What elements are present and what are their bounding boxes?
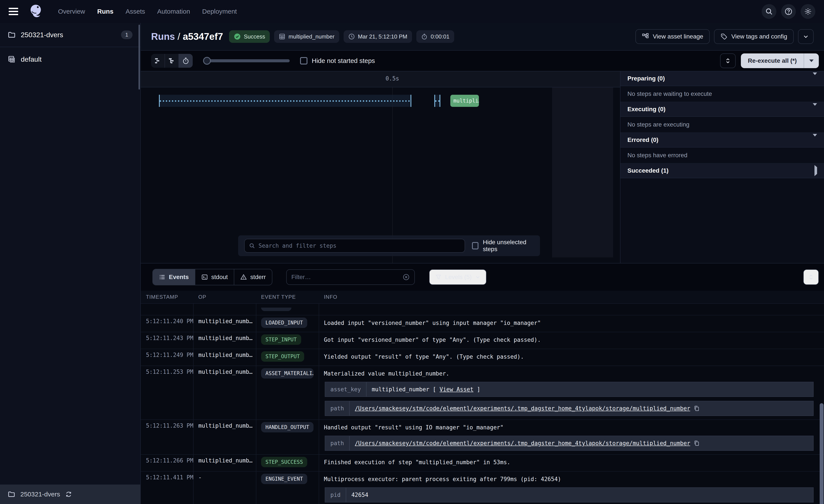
event-row[interactable]: 5:12:11.253 PM multiplied_number ASSET_M… [141,366,824,420]
event-op: multiplied_number [193,349,256,366]
section-chevron-icon[interactable] [813,75,817,82]
event-timestamp: 5:12:11.249 PM [141,349,193,366]
gantt-unselected-region [552,87,613,257]
checkbox-icon[interactable] [472,242,479,249]
event-type-badge: LOADED_INPUT [261,318,307,328]
view-asset-lineage-button[interactable]: View asset lineage [635,29,710,44]
event-log-header: TIMESTAMP OP EVENT TYPE INFO [141,291,824,304]
event-type-badge: ENGINE_EVENT [261,474,307,484]
copy-icon[interactable] [694,440,700,446]
step-search-input[interactable]: Search and filter steps [244,239,465,253]
asset-tag[interactable]: multiplied_number [274,30,339,43]
storage-path-link[interactable]: /Users/smackesey/stm/code/elementl/exper… [355,405,691,412]
nav-link-automation[interactable]: Automation [157,8,190,15]
start-time-tag: Mar 21, 5:12:10 PM [343,30,412,43]
status-section-body: No steps are executing [620,117,824,133]
nav-link-overview[interactable]: Overview [58,8,85,15]
event-op: multiplied_number [193,455,256,471]
refresh-icon[interactable] [65,491,72,498]
status-section-title: Executing (0) [627,106,665,113]
timed-view-icon[interactable] [179,54,193,68]
gantt-zoom-slider[interactable] [203,57,290,65]
nav-link-runs[interactable]: Runs [97,8,113,15]
sidebar-scrollbar[interactable] [138,25,140,90]
view-asset-link[interactable]: View Asset [439,386,474,393]
hide-not-started-checkbox[interactable]: Hide not started steps [300,57,375,65]
event-row[interactable]: 5:12:11.263 PM multiplied_number HANDLED… [141,420,824,455]
event-op: multiplied_number [193,332,256,349]
col-event-type: EVENT TYPE [256,294,319,300]
sidebar-item-default-group[interactable]: default [0,47,140,72]
slider-knob[interactable] [203,57,211,65]
event-row[interactable] [141,304,824,316]
event-op [193,304,256,315]
sidebar-item-code-location[interactable]: 250321-dvers 1 [0,23,140,47]
reexecute-all-button[interactable]: Re-execute all (*) [741,53,819,68]
breadcrumb: Runs/a5347ef7 [151,31,223,42]
gantt-chart-body[interactable]: multipli… Search and filter steps Hide u… [141,87,620,263]
section-chevron-icon[interactable] [815,167,817,174]
waterfall-view-icon[interactable] [165,54,179,68]
reexecute-dropdown-caret[interactable] [804,53,819,68]
flat-view-icon[interactable] [151,54,165,68]
gantt-waiting-span [159,95,411,107]
nav-actions [762,4,815,19]
event-timestamp: 5:12:11.240 PM [141,316,193,332]
event-row[interactable]: 5:12:11.411 PM - ENGINE_EVENT Multiproce… [141,472,824,504]
copy-icon[interactable] [694,405,700,411]
nav-link-deployment[interactable]: Deployment [202,8,237,15]
gantt-step-bar[interactable]: multipli… [450,95,479,107]
event-row[interactable]: 5:12:11.243 PM multiplied_number STEP_IN… [141,332,824,349]
list-icon [159,274,166,280]
code-location-label: 250321-dvers [20,491,60,498]
log-filter-input[interactable]: Filter… [286,269,415,285]
status-section-header[interactable]: Executing (0) [620,102,824,117]
run-actions-menu-button[interactable] [798,29,814,44]
clear-filter-icon[interactable] [403,274,410,280]
event-row[interactable]: 5:12:11.266 PM multiplied_number STEP_SU… [141,455,824,472]
gantt-chart: 0.5s multipli… Search and filter steps [141,72,620,263]
breadcrumb-runs-link[interactable]: Runs [151,31,175,42]
search-icon[interactable] [762,4,777,19]
event-info-cell: Multiprocess executor: parent process ex… [319,472,824,504]
levels-filter-button[interactable]: Levels (5) [429,269,487,285]
help-icon[interactable] [781,4,796,19]
metadata-value: multiplied_number [View Asset] [367,382,486,396]
tab-stderr[interactable]: stderr [234,269,272,285]
event-info-text: Multiprocess executor: parent process ex… [324,474,814,484]
run-badges: Success multiplied_number Mar 21, 5:12:1… [229,30,454,43]
event-timestamp: 5:12:11.253 PM [141,366,193,419]
hide-unselected-checkbox[interactable]: Hide unselected steps [472,239,534,253]
nav-link-assets[interactable]: Assets [125,8,145,15]
expand-logs-button[interactable] [803,269,819,285]
gear-icon[interactable] [801,4,815,19]
dagster-logo-icon[interactable] [28,3,44,20]
metadata-label: pid [325,488,346,502]
section-chevron-icon[interactable] [813,136,817,143]
view-tags-config-button[interactable]: View tags and config [714,29,794,44]
event-row[interactable]: 5:12:11.249 PM multiplied_number STEP_OU… [141,349,824,366]
event-log-table[interactable]: TIMESTAMP OP EVENT TYPE INFO 5:12:11.240… [141,291,824,504]
status-section-header[interactable]: Succeeded (1) [620,163,824,178]
nav-links: OverviewRunsAssetsAutomationDeployment [58,8,237,15]
status-section-header[interactable]: Errored (0) [620,133,824,147]
slider-track[interactable] [209,59,290,62]
section-chevron-icon[interactable] [813,106,817,113]
code-location-status[interactable]: 250321-dvers [0,485,140,504]
warning-icon [240,274,247,280]
event-metadata-entry: asset_keymultiplied_number [View Asset] [325,382,814,397]
status-section-header[interactable]: Preparing (0) [620,72,824,86]
gantt-waiting-span-small [434,95,440,107]
menu-icon[interactable] [9,8,18,15]
storage-path-link[interactable]: /Users/smackesey/stm/code/elementl/exper… [355,440,691,447]
tab-stdout[interactable]: stdout [195,269,234,285]
events-section: Events stdout stderr Filter… Levels (5) [141,263,824,504]
expand-panel-button[interactable] [720,53,736,68]
event-timestamp: 5:12:11.263 PM [141,420,193,454]
event-metadata-entry: pid42654 [325,487,814,502]
event-row[interactable]: 5:12:11.240 PM multiplied_number LOADED_… [141,316,824,332]
checkbox-icon[interactable] [300,57,307,65]
tab-events[interactable]: Events [153,269,195,285]
events-scrollbar[interactable] [820,403,824,504]
gantt-time-axis: 0.5s [141,72,620,87]
